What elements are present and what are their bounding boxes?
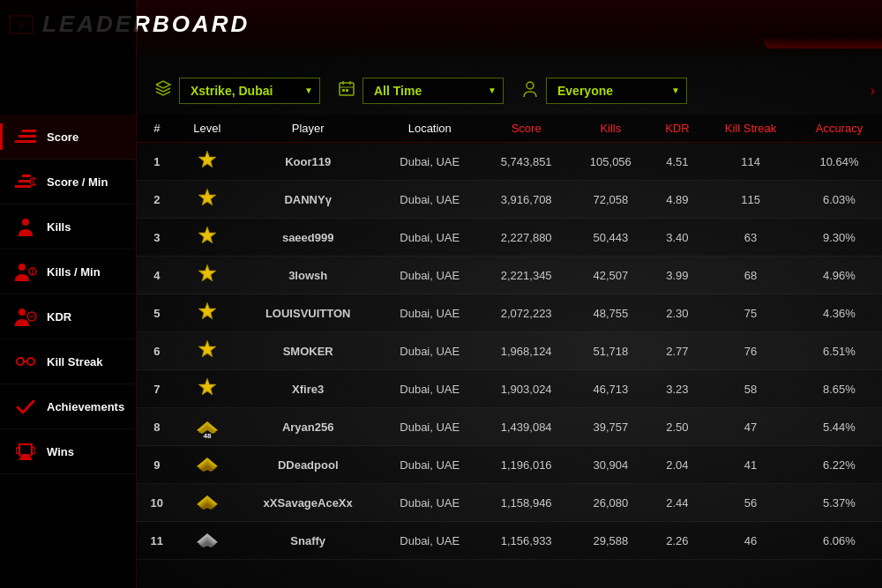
cell-accuracy: 6.06%: [796, 522, 882, 560]
cell-kdr: 4.51: [650, 143, 706, 181]
cell-accuracy: 9.30%: [796, 219, 882, 257]
table-row[interactable]: 8 48 Aryan256Dubai, UAE1,439,08439,7572.…: [137, 408, 882, 446]
svg-rect-0: [15, 140, 36, 143]
col-accuracy: Accuracy: [796, 115, 882, 143]
sidebar-label-kill-streak: Kill Streak: [47, 355, 103, 368]
cell-kill-streak: 58: [705, 370, 796, 408]
table-row[interactable]: 3 saeed999Dubai, UAE2,227,88050,4433.406…: [137, 219, 882, 257]
cell-location: Dubai, UAE: [378, 143, 481, 181]
cell-accuracy: 10.64%: [796, 143, 882, 181]
cell-kill-streak: 76: [705, 332, 796, 370]
svg-point-12: [19, 309, 26, 316]
cell-player: Aryan256: [237, 408, 378, 446]
cell-player: DANNYγ: [237, 181, 378, 219]
sidebar-label-achievements: Achievements: [47, 400, 124, 413]
cell-score: 2,221,345: [481, 257, 572, 294]
cell-score: 2,227,880: [481, 219, 572, 257]
sidebar-item-kills[interactable]: Kills: [0, 205, 136, 249]
cell-level: [177, 143, 238, 180]
score-min-icon: [13, 172, 38, 191]
cell-player: 3lowsh: [237, 257, 378, 294]
cell-accuracy: 6.51%: [796, 332, 882, 370]
cell-player: Snaffy: [237, 522, 378, 560]
sidebar: Score Score / Min Kills: [0, 0, 137, 588]
kills-min-icon: [13, 262, 38, 281]
sidebar-item-wins[interactable]: Wins: [0, 429, 136, 474]
sidebar-label-kdr: KDR: [47, 310, 71, 324]
sidebar-item-kill-streak[interactable]: Kill Streak: [0, 339, 136, 384]
col-kdr: KDR: [650, 115, 706, 143]
cell-rank: 8: [137, 408, 177, 446]
time-filter-icon: [338, 79, 355, 101]
players-select-wrapper[interactable]: Everyone: [546, 78, 687, 104]
wins-icon: [13, 442, 38, 461]
time-select[interactable]: All Time: [363, 78, 504, 104]
time-filter-group: All Time: [338, 78, 504, 104]
cell-kills: 51,718: [572, 332, 649, 370]
cell-kills: 48,755: [572, 294, 649, 332]
sidebar-label-kills-min: Kills / Min: [47, 265, 101, 279]
cell-accuracy: 8.65%: [796, 370, 882, 408]
table-row[interactable]: 6 SMOKERDubai, UAE1,968,12451,7182.77766…: [137, 332, 882, 370]
cell-level: [177, 332, 238, 369]
sidebar-item-kills-min[interactable]: Kills / Min: [0, 249, 136, 294]
table-row[interactable]: 2 DANNYγDubai, UAE3,916,70872,0584.89115…: [137, 181, 882, 219]
cell-location: Dubai, UAE: [378, 332, 481, 370]
table-row[interactable]: 10 xXSavageAceXxDubai, UAE1,158,94626,08…: [137, 484, 882, 522]
cell-accuracy: 5.44%: [796, 408, 882, 446]
location-select-wrapper[interactable]: Xstrike, Dubai: [179, 78, 320, 104]
cell-rank: 7: [137, 370, 177, 408]
table-row[interactable]: 11 SnaffyDubai, UAE1,156,93329,5882.2646…: [137, 522, 882, 560]
col-score: Score: [481, 115, 572, 143]
cell-kill-streak: 46: [705, 522, 796, 560]
cell-kdr: 2.50: [650, 408, 706, 446]
sidebar-item-kdr[interactable]: KDR: [0, 294, 136, 339]
cell-level: [177, 446, 238, 483]
cell-player: SMOKER: [237, 332, 378, 370]
players-select[interactable]: Everyone: [546, 78, 687, 104]
filters-bar: Xstrike, Dubai All Time: [137, 66, 882, 115]
cell-player: LOUISVUITTON: [237, 294, 378, 332]
cell-player: DDeadpool: [237, 446, 378, 484]
cell-kills: 29,588: [572, 522, 649, 560]
achievements-icon: [13, 397, 38, 416]
cell-rank: 10: [137, 484, 177, 522]
cell-score: 1,903,024: [481, 370, 572, 408]
sidebar-spacer: [0, 0, 136, 115]
cell-kills: 105,056: [572, 143, 649, 181]
svg-point-9: [19, 264, 26, 271]
table-row[interactable]: 4 3lowshDubai, UAE2,221,34542,5073.99684…: [137, 257, 882, 294]
cell-score: 5,743,851: [481, 143, 572, 181]
location-select[interactable]: Xstrike, Dubai: [179, 78, 320, 104]
cell-location: Dubai, UAE: [378, 446, 481, 484]
svg-point-15: [17, 358, 24, 365]
cell-score: 1,156,933: [481, 522, 572, 560]
cell-kill-streak: 63: [705, 219, 796, 257]
cell-accuracy: 4.96%: [796, 257, 882, 294]
cell-location: Dubai, UAE: [378, 257, 481, 294]
table-row[interactable]: 9 DDeadpoolDubai, UAE1,196,01630,9042.04…: [137, 446, 882, 484]
right-arrow-icon: ›: [871, 83, 875, 99]
sidebar-item-achievements[interactable]: Achievements: [0, 384, 136, 429]
table-row[interactable]: 5 LOUISVUITTONDubai, UAE2,072,22348,7552…: [137, 294, 882, 332]
table-row[interactable]: 7 Xfire3Dubai, UAE1,903,02446,7133.23588…: [137, 370, 882, 408]
sidebar-label-kills: Kills: [47, 220, 71, 234]
sidebar-item-score-min[interactable]: Score / Min: [0, 160, 136, 205]
cell-score: 1,968,124: [481, 332, 572, 370]
cell-rank: 2: [137, 181, 177, 219]
table-row[interactable]: 1 Koor119Dubai, UAE5,743,851105,0564.511…: [137, 143, 882, 181]
cell-rank: 9: [137, 446, 177, 484]
svg-rect-1: [19, 135, 36, 138]
cell-accuracy: 6.03%: [796, 181, 882, 219]
cell-kills: 72,058: [572, 181, 649, 219]
cell-kills: 46,713: [572, 370, 649, 408]
cell-accuracy: 4.36%: [796, 294, 882, 332]
time-select-wrapper[interactable]: All Time: [363, 78, 504, 104]
cell-rank: 3: [137, 219, 177, 257]
table-header-row: # Level Player Location Score Kills KDR …: [137, 115, 882, 143]
kills-icon: [13, 217, 38, 236]
sidebar-label-score-min: Score / Min: [47, 175, 108, 189]
score-icon: [13, 127, 38, 146]
sidebar-item-score[interactable]: Score: [0, 115, 136, 160]
cell-player: saeed999: [237, 219, 378, 257]
